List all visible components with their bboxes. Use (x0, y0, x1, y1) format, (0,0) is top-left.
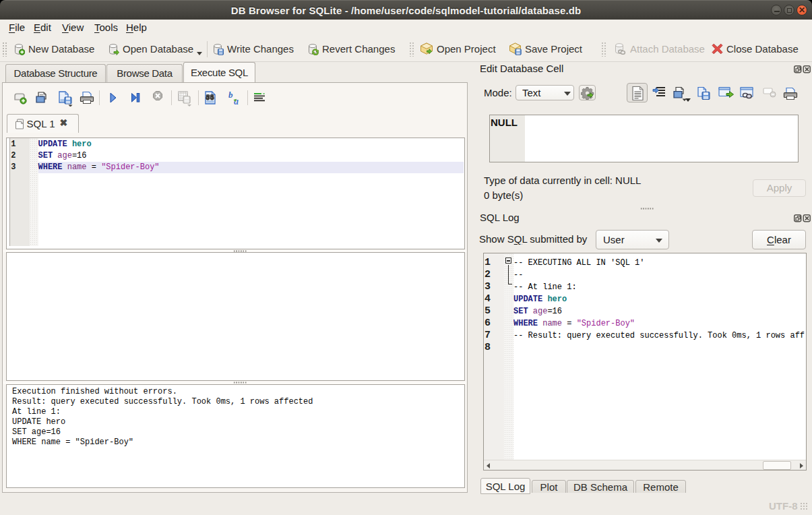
svg-text:b: b (228, 90, 233, 100)
